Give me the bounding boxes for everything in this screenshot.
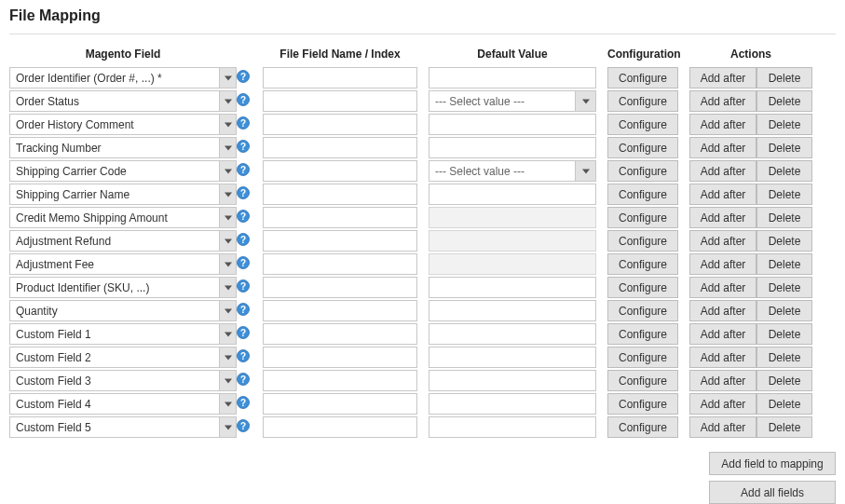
delete-button[interactable]: Delete xyxy=(756,323,812,345)
add-after-button[interactable]: Add after xyxy=(689,370,756,391)
help-icon[interactable] xyxy=(237,116,250,129)
magento-field-select[interactable]: Custom Field 4 xyxy=(9,393,237,415)
file-field-input[interactable] xyxy=(263,300,417,321)
configure-button[interactable]: Configure xyxy=(607,370,678,391)
file-field-input[interactable] xyxy=(263,230,417,252)
file-field-input[interactable] xyxy=(263,393,417,415)
add-after-button[interactable]: Add after xyxy=(689,90,756,112)
file-field-input[interactable] xyxy=(263,277,417,298)
add-after-button[interactable]: Add after xyxy=(689,184,756,205)
magento-field-select[interactable]: Order History Comment xyxy=(9,114,237,135)
add-after-button[interactable]: Add after xyxy=(689,253,756,275)
delete-button[interactable]: Delete xyxy=(756,370,812,391)
configure-button[interactable]: Configure xyxy=(607,207,678,228)
configure-button[interactable]: Configure xyxy=(607,67,678,89)
file-field-input[interactable] xyxy=(263,370,417,391)
file-field-input[interactable] xyxy=(263,137,417,158)
file-field-input[interactable] xyxy=(263,416,417,438)
help-icon[interactable] xyxy=(237,279,250,293)
configure-button[interactable]: Configure xyxy=(607,253,678,275)
add-all-fields-button[interactable]: Add all fields xyxy=(709,481,836,504)
help-icon[interactable] xyxy=(237,233,250,246)
magento-field-select[interactable]: Adjustment Fee xyxy=(9,253,237,275)
file-field-input[interactable] xyxy=(263,207,417,228)
delete-button[interactable]: Delete xyxy=(756,207,812,228)
help-icon[interactable] xyxy=(237,303,250,316)
file-field-input[interactable] xyxy=(263,67,417,89)
add-after-button[interactable]: Add after xyxy=(689,347,756,368)
file-field-input[interactable] xyxy=(263,253,417,275)
help-icon[interactable] xyxy=(237,70,250,83)
magento-field-select[interactable]: Order Status xyxy=(9,90,237,112)
help-icon[interactable] xyxy=(237,373,250,386)
configure-button[interactable]: Configure xyxy=(607,184,678,205)
add-after-button[interactable]: Add after xyxy=(689,160,756,182)
add-after-button[interactable]: Add after xyxy=(689,137,756,158)
add-after-button[interactable]: Add after xyxy=(689,416,756,438)
magento-field-select[interactable]: Custom Field 5 xyxy=(9,416,237,438)
delete-button[interactable]: Delete xyxy=(756,300,812,321)
configure-button[interactable]: Configure xyxy=(607,114,678,135)
add-after-button[interactable]: Add after xyxy=(689,114,756,135)
help-icon[interactable] xyxy=(237,349,250,362)
default-value-input[interactable] xyxy=(429,67,596,89)
help-icon[interactable] xyxy=(237,140,250,153)
delete-button[interactable]: Delete xyxy=(756,393,812,415)
configure-button[interactable]: Configure xyxy=(607,137,678,158)
delete-button[interactable]: Delete xyxy=(756,137,812,158)
help-icon[interactable] xyxy=(237,210,250,223)
add-after-button[interactable]: Add after xyxy=(689,207,756,228)
delete-button[interactable]: Delete xyxy=(756,90,812,112)
default-value-input[interactable] xyxy=(429,277,596,298)
configure-button[interactable]: Configure xyxy=(607,277,678,298)
configure-button[interactable]: Configure xyxy=(607,416,678,438)
file-field-input[interactable] xyxy=(263,323,417,345)
default-value-input[interactable] xyxy=(429,137,596,158)
add-after-button[interactable]: Add after xyxy=(689,323,756,345)
magento-field-select[interactable]: Custom Field 3 xyxy=(9,370,237,391)
file-field-input[interactable] xyxy=(263,184,417,205)
add-after-button[interactable]: Add after xyxy=(689,67,756,89)
delete-button[interactable]: Delete xyxy=(756,277,812,298)
help-icon[interactable] xyxy=(237,186,250,199)
magento-field-select[interactable]: Credit Memo Shipping Amount xyxy=(9,207,237,228)
default-value-select[interactable]: --- Select value --- xyxy=(429,160,596,182)
add-after-button[interactable]: Add after xyxy=(689,393,756,415)
add-after-button[interactable]: Add after xyxy=(689,230,756,252)
default-value-input[interactable] xyxy=(429,347,596,368)
add-after-button[interactable]: Add after xyxy=(689,277,756,298)
configure-button[interactable]: Configure xyxy=(607,160,678,182)
file-field-input[interactable] xyxy=(263,114,417,135)
configure-button[interactable]: Configure xyxy=(607,300,678,321)
magento-field-select[interactable]: Shipping Carrier Code xyxy=(9,160,237,182)
magento-field-select[interactable]: Custom Field 1 xyxy=(9,323,237,345)
default-value-input[interactable] xyxy=(429,300,596,321)
add-after-button[interactable]: Add after xyxy=(689,300,756,321)
help-icon[interactable] xyxy=(237,93,250,106)
help-icon[interactable] xyxy=(237,326,250,339)
help-icon[interactable] xyxy=(237,419,250,432)
file-field-input[interactable] xyxy=(263,160,417,182)
delete-button[interactable]: Delete xyxy=(756,253,812,275)
delete-button[interactable]: Delete xyxy=(756,347,812,368)
default-value-input[interactable] xyxy=(429,323,596,345)
magento-field-select[interactable]: Custom Field 2 xyxy=(9,347,237,368)
configure-button[interactable]: Configure xyxy=(607,230,678,252)
magento-field-select[interactable]: Quantity xyxy=(9,300,237,321)
default-value-input[interactable] xyxy=(429,370,596,391)
delete-button[interactable]: Delete xyxy=(756,114,812,135)
magento-field-select[interactable]: Product Identifier (SKU, ...) xyxy=(9,277,237,298)
configure-button[interactable]: Configure xyxy=(607,90,678,112)
default-value-input[interactable] xyxy=(429,184,596,205)
default-value-input[interactable] xyxy=(429,114,596,135)
delete-button[interactable]: Delete xyxy=(756,160,812,182)
default-value-select[interactable]: --- Select value --- xyxy=(429,90,596,112)
magento-field-select[interactable]: Order Identifier (Order #, ...) * xyxy=(9,67,237,89)
delete-button[interactable]: Delete xyxy=(756,416,812,438)
configure-button[interactable]: Configure xyxy=(607,393,678,415)
help-icon[interactable] xyxy=(237,396,250,409)
help-icon[interactable] xyxy=(237,163,250,176)
magento-field-select[interactable]: Tracking Number xyxy=(9,137,237,158)
help-icon[interactable] xyxy=(237,256,250,269)
default-value-input[interactable] xyxy=(429,393,596,415)
